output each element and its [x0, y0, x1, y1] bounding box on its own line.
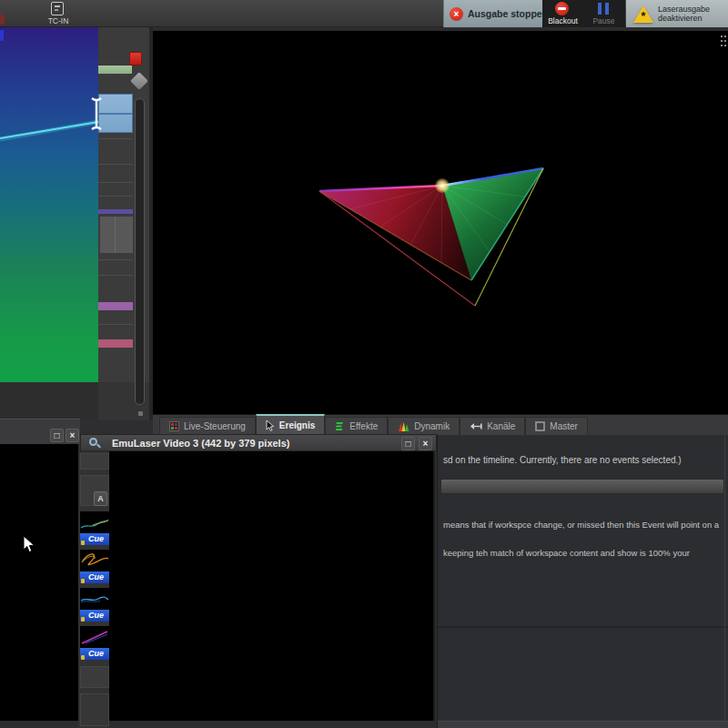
track-separator [98, 164, 133, 165]
tab-label: Master [550, 421, 578, 431]
cue-empty-slot[interactable] [80, 693, 109, 726]
laser-pattern-icon [80, 550, 109, 571]
cue-thumbnail[interactable] [80, 511, 109, 533]
bottom-tab-bar: Live-Steuerung Ereignis Effekte Dynamik … [153, 414, 728, 435]
cue-status-dot [81, 579, 85, 583]
pause-button[interactable]: Pause [583, 0, 624, 27]
event-panel-text-2: means that if workspce change, or missed… [443, 520, 725, 530]
track-separator [98, 324, 133, 325]
timeline-event-block[interactable] [98, 94, 133, 133]
tab-label: Kanäle [487, 421, 515, 431]
laser-pattern-icon [80, 626, 109, 648]
tab-label: Effekte [349, 421, 378, 431]
scrollbar-end-button[interactable] [138, 411, 143, 416]
tab-label: Ereignis [279, 420, 315, 430]
tab-master[interactable]: Master [525, 417, 588, 435]
cue-status-dot [81, 655, 85, 660]
clipped-toolbar-icon [0, 15, 5, 25]
timeline-event-strip-violet[interactable] [98, 302, 133, 310]
app-window: TC-IN × Ausgabe stoppen Blackout Pause *… [0, 0, 728, 728]
cue-status-dot [81, 541, 85, 545]
playback-button-group: Blackout Pause [542, 0, 625, 27]
track-separator [98, 138, 133, 139]
cue-empty-slot[interactable] [80, 666, 109, 688]
tab-live-steuerung[interactable]: Live-Steuerung [159, 417, 256, 435]
cue-status-dot [81, 617, 85, 622]
channels-icon [470, 422, 482, 430]
maximize-icon[interactable]: □ [50, 429, 64, 442]
track-separator [98, 259, 133, 260]
tc-in-button[interactable]: TC-IN [40, 0, 76, 27]
cursor-icon [266, 420, 275, 431]
laser-preview-area [153, 29, 728, 414]
emulaser-window-title: EmuLaser Video 3 (442 by 379 pixels) [112, 438, 289, 449]
tc-in-label: TC-IN [40, 16, 76, 25]
stop-x-icon: × [450, 7, 463, 21]
video-window-2-titlebar: □ × [0, 419, 80, 444]
effects-icon [335, 421, 345, 431]
pause-label: Pause [583, 16, 624, 25]
event-properties-panel: sd on the timeline. Currently, there are… [437, 435, 728, 728]
emulaser-window-content [109, 451, 435, 721]
laser-pattern-icon [80, 588, 109, 610]
section-header-bar[interactable] [440, 479, 724, 494]
timeline-event-block-gray[interactable] [100, 217, 133, 253]
track-separator [98, 196, 133, 197]
left-panel-spacer [0, 382, 98, 420]
warning-icon: * [633, 5, 653, 23]
blackout-icon [555, 2, 569, 15]
laser-disable-label: Laserausgabe deaktivieren [658, 5, 710, 23]
tab-effekte[interactable]: Effekte [325, 417, 388, 435]
cue-thumbnail[interactable] [80, 626, 109, 648]
timeline-marker-bar [98, 66, 132, 74]
track-separator [98, 182, 133, 183]
cue-empty-slot[interactable] [80, 453, 109, 470]
tab-label: Dynamik [414, 421, 450, 431]
timeline-track-column [98, 27, 153, 420]
record-button[interactable] [129, 52, 142, 66]
cue-thumbnail[interactable] [80, 550, 109, 571]
matrix-icon [169, 421, 179, 431]
grip-icon[interactable] [721, 35, 727, 50]
master-icon [535, 421, 545, 431]
event-panel-text-3: keeping teh match of workspace content a… [443, 548, 725, 558]
cue-thumbnail[interactable] [80, 588, 109, 610]
tab-ereignis[interactable]: Ereignis [256, 414, 325, 435]
event-panel-text-1: sd on the timeline. Currently, there are… [443, 455, 725, 465]
cue-add-button[interactable]: A [94, 491, 107, 506]
pause-icon [598, 3, 609, 15]
video-window-2-content [0, 444, 78, 721]
laser-output-disable-button[interactable]: * Laserausgabe deaktivieren [626, 0, 728, 27]
blackout-label: Blackout [542, 16, 583, 25]
tab-dynamik[interactable]: Dynamik [388, 417, 460, 435]
tab-label: Live-Steuerung [184, 421, 246, 431]
close-icon[interactable]: × [66, 429, 79, 442]
maximize-icon[interactable]: □ [401, 437, 415, 450]
track-separator [98, 275, 133, 276]
timeline-event-strip-purple[interactable] [98, 209, 133, 214]
panel-bottom-strip [438, 721, 728, 728]
close-icon[interactable]: × [419, 437, 432, 450]
timecode-icon [51, 2, 64, 15]
panel-divider [438, 626, 728, 628]
emulaser-window-titlebar[interactable]: EmuLaser Video 3 (442 by 379 pixels) □ × [80, 434, 437, 451]
timeline-preview-gradient [0, 27, 98, 382]
timeline-event-strip-pink[interactable] [98, 339, 133, 348]
laser-beam-line [0, 27, 98, 382]
blackout-button[interactable]: Blackout [542, 0, 583, 27]
stop-output-label: Ausgabe stoppen [468, 8, 548, 19]
panel-right-edge [724, 435, 725, 728]
playhead-diamond-handle[interactable] [130, 72, 148, 90]
stop-output-button[interactable]: × Ausgabe stoppen [443, 0, 542, 27]
timeline-scrollbar[interactable] [135, 98, 145, 405]
tab-kanaele[interactable]: Kanäle [460, 417, 525, 435]
laser-projection-graphic [153, 31, 728, 414]
magnifier-icon[interactable] [89, 438, 101, 450]
cue-list-column: A Cue Cue Cue Cue [78, 451, 109, 728]
main-toolbar: TC-IN × Ausgabe stoppen Blackout Pause *… [0, 0, 728, 27]
dynamics-icon [398, 421, 410, 432]
bottom-strip [0, 721, 437, 728]
laser-pattern-icon [80, 511, 109, 533]
